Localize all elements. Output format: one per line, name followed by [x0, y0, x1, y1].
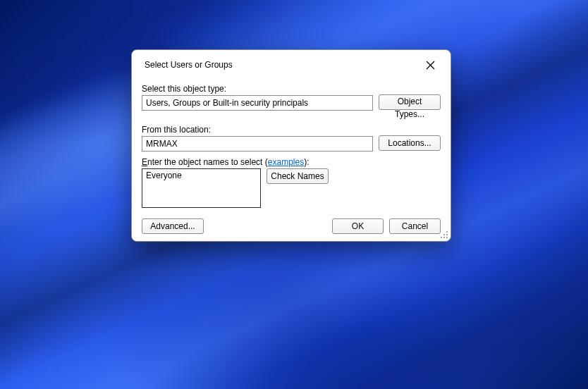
check-names-button[interactable]: Check Names	[267, 168, 329, 184]
object-names-input[interactable]	[142, 168, 261, 208]
location-label: From this location:	[142, 125, 373, 135]
dialog-title: Select Users or Groups	[145, 60, 233, 70]
object-types-button[interactable]: Object Types...	[379, 94, 441, 110]
object-type-field[interactable]: Users, Groups or Built-in security princ…	[142, 95, 373, 111]
locations-button[interactable]: Locations...	[379, 135, 441, 151]
dialog-footer: Advanced... OK Cancel	[142, 218, 441, 234]
titlebar: Select Users or Groups	[132, 50, 451, 80]
close-button[interactable]	[419, 54, 441, 75]
ok-button[interactable]: OK	[332, 218, 384, 234]
dialog-content: Select this object type: Users, Groups o…	[132, 80, 451, 241]
location-field[interactable]: MRMAX	[142, 136, 373, 152]
advanced-button[interactable]: Advanced...	[142, 218, 204, 234]
close-icon	[426, 61, 435, 70]
examples-link[interactable]: examples	[268, 157, 304, 167]
object-type-label: Select this object type:	[142, 84, 373, 94]
object-names-label: Enter the object names to select (exampl…	[142, 157, 441, 167]
select-users-dialog: Select Users or Groups Select this objec…	[131, 49, 451, 242]
cancel-button[interactable]: Cancel	[389, 218, 441, 234]
